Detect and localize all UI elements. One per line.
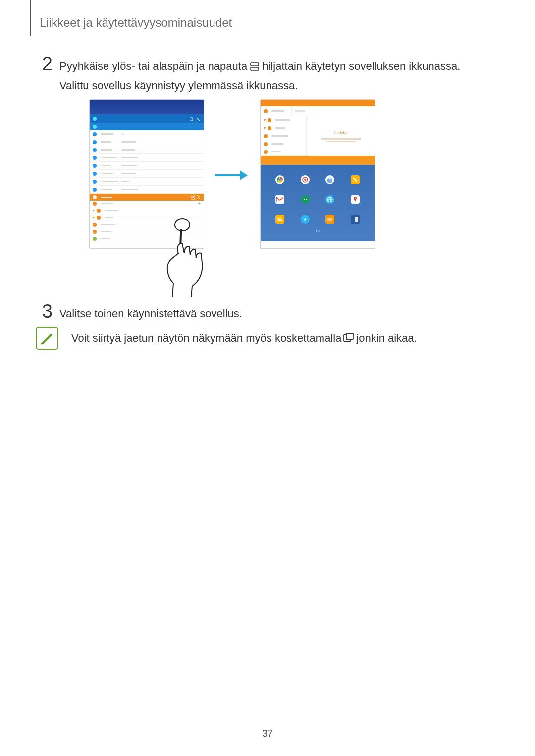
svg-point-21 (278, 218, 279, 219)
text-placeholder (101, 197, 112, 198)
hangouts-icon (301, 195, 310, 204)
text-placeholder (121, 165, 137, 166)
page-number: 37 (0, 728, 535, 739)
list-item (90, 138, 204, 146)
galaxy-apps-icon (325, 175, 334, 184)
music-icon (301, 215, 310, 224)
svg-rect-2 (190, 118, 193, 121)
step-number: 3 (35, 302, 53, 321)
text-placeholder (101, 238, 110, 239)
files-icon (325, 215, 334, 224)
bullet-icon (93, 180, 97, 184)
header-rule (30, 0, 31, 36)
text-placeholder (326, 141, 356, 142)
plus-icon: + (198, 201, 201, 206)
bullet-icon (93, 172, 97, 176)
chevron-icon: ▾ (264, 118, 266, 122)
text-placeholder (121, 149, 135, 151)
bullet-icon (93, 230, 97, 234)
bullet-icon (97, 209, 101, 213)
bullet-icon (268, 126, 271, 130)
list-item (261, 132, 306, 140)
text-placeholder (121, 173, 136, 174)
plus-icon: + (309, 109, 311, 114)
note-text: Voit siirtyä jaetun näytön näkymään myös… (71, 332, 417, 345)
wallpaper-top (90, 100, 204, 114)
text-placeholder (275, 127, 285, 129)
maps-icon (351, 195, 360, 204)
app-grid: ● ○ (261, 165, 374, 241)
text-placeholder (295, 110, 306, 112)
step2-text-a: Pyyhkäise ylös- tai alaspäin ja napauta (59, 60, 250, 72)
text-placeholder (121, 141, 136, 143)
browser-icon (325, 195, 334, 204)
step-2: 2 Pyyhkäise ylös- tai alaspäin ja napaut… (35, 54, 500, 95)
note-text-a: Voit siirtyä jaetun näytön näkymään myös… (71, 332, 341, 345)
figure: + ▾ ▾ + ▾ ▾ (89, 99, 456, 297)
svg-rect-15 (306, 199, 307, 200)
window-controls (190, 114, 201, 123)
split-screen-icon (250, 59, 259, 77)
target-icon (301, 175, 310, 184)
svg-rect-26 (346, 333, 353, 339)
bullet-icon (264, 109, 268, 113)
chrome-icon (275, 175, 284, 184)
svg-point-19 (355, 198, 356, 199)
bullet-icon (93, 140, 97, 144)
chevron-icon: ▾ (93, 215, 95, 220)
list-item: ▾ (90, 207, 204, 214)
app-row (261, 170, 374, 190)
chevron-icon: ▾ (264, 126, 266, 130)
svg-rect-5 (191, 195, 194, 197)
text-placeholder (275, 119, 290, 121)
bullet-icon (93, 132, 97, 136)
text-placeholder (121, 181, 129, 182)
bullet-icon (93, 223, 97, 227)
text-placeholder (271, 151, 280, 152)
text-placeholder (101, 189, 112, 190)
bullet-icon (93, 156, 97, 160)
note-pencil-icon (36, 327, 58, 350)
step-number: 2 (35, 54, 53, 73)
note: Voit siirtyä jaetun näytön näkymään myös… (36, 327, 417, 350)
svg-rect-1 (251, 67, 259, 70)
text-placeholder (105, 210, 118, 211)
text-placeholder (271, 110, 284, 112)
memo-icon (351, 175, 360, 184)
step-3: 3 Valitse toinen käynnistettävä sovellus… (35, 302, 500, 323)
list-item (90, 186, 204, 194)
text-placeholder (101, 231, 111, 232)
list-item (261, 140, 306, 148)
dot-icon (93, 125, 97, 129)
list-item (90, 170, 204, 178)
step-text: Valitse toinen käynnistettävä sovellus. (59, 302, 500, 323)
list-item (90, 162, 204, 170)
bullet-icon (93, 164, 97, 168)
step2-text-c: Valittu sovellus käynnistyy ylemmässä ik… (59, 79, 298, 92)
text-placeholder (101, 133, 113, 135)
bullet-icon (93, 202, 97, 206)
text-placeholder (271, 135, 288, 137)
bullet-icon (93, 237, 97, 241)
svg-point-12 (304, 179, 306, 181)
app-row (261, 209, 374, 229)
bullet-icon (264, 150, 268, 154)
list-item (90, 146, 204, 154)
app-row (261, 190, 374, 209)
split-screen-icon (191, 193, 201, 202)
second-app-header (90, 194, 204, 201)
page-indicator-dots: ● ○ (261, 229, 374, 232)
bullet-icon (264, 134, 268, 138)
tab-row: + (90, 201, 204, 207)
text-placeholder (121, 157, 138, 158)
app-icon-circle (93, 195, 97, 199)
list-item: ▾ (261, 124, 306, 132)
left-col: ▾ ▾ (261, 116, 306, 156)
step2-text-b: hiljattain käytetyn sovelluksen ikkunass… (262, 60, 460, 72)
bullet-icon (264, 142, 268, 146)
arrow-right-icon (215, 170, 250, 180)
text-placeholder (101, 224, 115, 225)
app-subheader (90, 123, 204, 130)
empty-state-label: No tabs (334, 130, 348, 135)
text-placeholder (101, 149, 112, 151)
